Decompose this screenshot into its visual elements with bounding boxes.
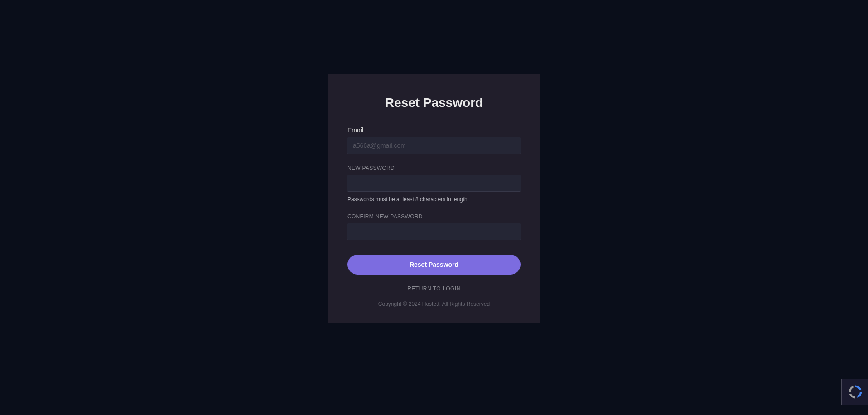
new-password-field[interactable]	[347, 175, 521, 192]
email-label: Email	[347, 126, 521, 134]
password-help-text: Passwords must be at least 8 characters …	[347, 196, 521, 203]
confirm-password-label: CONFIRM NEW PASSWORD	[347, 213, 521, 220]
page-title: Reset Password	[347, 96, 521, 110]
reset-password-card: Reset Password Email NEW PASSWORD Passwo…	[328, 74, 540, 323]
recaptcha-icon	[847, 384, 863, 400]
confirm-password-group: CONFIRM NEW PASSWORD	[347, 213, 521, 240]
confirm-password-field[interactable]	[347, 223, 521, 240]
email-group: Email	[347, 126, 521, 154]
reset-password-button[interactable]: Reset Password	[347, 255, 521, 275]
new-password-label: NEW PASSWORD	[347, 165, 521, 171]
email-field[interactable]	[347, 137, 521, 154]
new-password-group: NEW PASSWORD Passwords must be at least …	[347, 165, 521, 203]
return-to-login-link[interactable]: RETURN TO LOGIN	[347, 285, 521, 292]
recaptcha-badge[interactable]	[841, 379, 868, 405]
copyright-text: Copyright © 2024 Hostett. All Rights Res…	[347, 301, 521, 307]
